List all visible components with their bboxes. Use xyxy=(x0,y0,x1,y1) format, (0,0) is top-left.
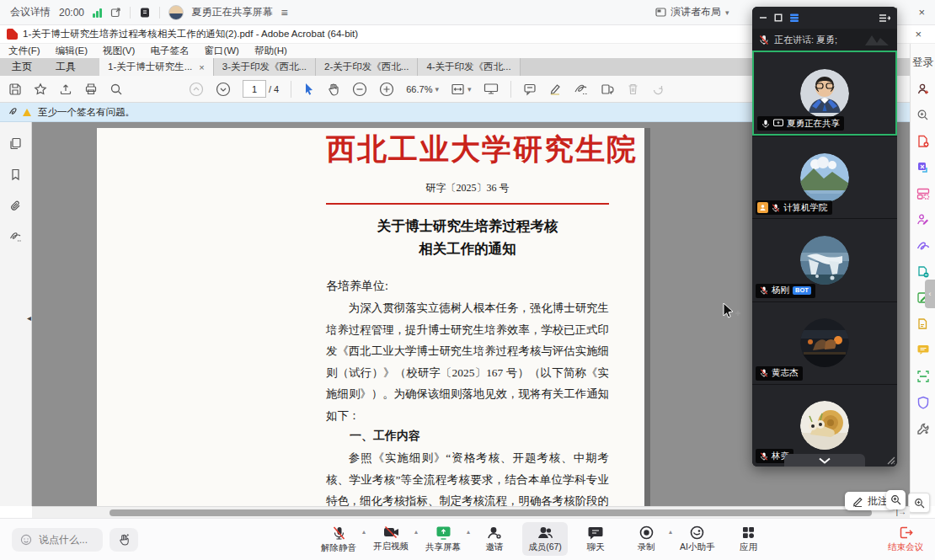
fill-sign-icon[interactable] xyxy=(916,212,930,227)
doc-tab-2[interactable]: 2-关于印发《西北... xyxy=(316,58,418,76)
participant-tile-school[interactable]: 计算机学院 xyxy=(752,136,897,218)
tab-tools[interactable]: 工具 xyxy=(44,58,88,76)
menu-file[interactable]: 文件(F) xyxy=(8,45,40,57)
avatar-lin-yi xyxy=(800,401,849,450)
doc-tab-4[interactable]: 4-关于印发《西北... xyxy=(418,58,520,76)
save-button[interactable] xyxy=(8,83,22,96)
doc-tab-1[interactable]: 1-关于博士研究生...× xyxy=(99,58,214,76)
apps-button[interactable]: 应用 xyxy=(725,522,771,556)
zoom-level-dropdown[interactable]: 66.7%▾ xyxy=(406,84,439,94)
layout-switch[interactable]: 演讲者布局 ▾ xyxy=(655,5,729,19)
print-button[interactable] xyxy=(84,83,98,96)
fit-width-dropdown[interactable]: ▾ xyxy=(451,83,472,96)
organize-pages-icon[interactable] xyxy=(916,186,930,200)
pdf-page[interactable]: 西北工业大学研究生院 研字〔2025〕36 号 关于博士研究生培养过程考核 相关… xyxy=(97,128,644,506)
left-rail-collapse-icon[interactable]: ◂ xyxy=(27,313,31,323)
request-signatures-icon[interactable] xyxy=(916,317,930,331)
end-meeting-button[interactable]: 结束会议 xyxy=(888,525,923,553)
mic-options-caret[interactable]: ▾ xyxy=(362,529,366,536)
panel-maximize-icon[interactable] xyxy=(774,13,783,22)
participant-tile-huangzhijie[interactable]: 黄志杰 xyxy=(752,301,897,384)
popout-icon[interactable] xyxy=(110,7,121,18)
scrollbar-thumb[interactable] xyxy=(110,509,872,516)
next-page-button[interactable] xyxy=(216,82,231,97)
meeting-detail-link[interactable]: 会议详情 xyxy=(10,5,51,19)
doc-tab-3[interactable]: 3-关于印发《西北... xyxy=(214,58,316,76)
scan-ocr-icon[interactable] xyxy=(916,369,930,383)
protect-icon[interactable] xyxy=(916,395,930,409)
panel-resize-handle[interactable] xyxy=(886,456,895,465)
participants-panel[interactable]: 正在讲话: 夏勇; 夏勇正在共享 xyxy=(752,7,897,467)
chat-button[interactable]: 聊天 xyxy=(573,522,618,556)
chat-input[interactable] xyxy=(37,533,94,547)
login-link[interactable]: 登录 xyxy=(912,56,933,70)
panel-layout-icon[interactable] xyxy=(789,13,799,23)
panel-minimize-icon[interactable] xyxy=(759,13,767,22)
horizontal-scrollbar[interactable]: |→ xyxy=(32,506,910,518)
zoom-float-button[interactable] xyxy=(886,490,906,509)
doc-share-icon[interactable] xyxy=(139,7,151,19)
draw-icon[interactable] xyxy=(916,238,930,253)
page-thumbnails-icon[interactable] xyxy=(9,137,22,150)
tab-close-icon[interactable]: × xyxy=(199,62,204,72)
participant-label: 黄志杰 xyxy=(756,366,803,381)
delete-pages-button[interactable] xyxy=(627,83,639,96)
upload-share-button[interactable] xyxy=(59,83,72,96)
participant-tile-sharer[interactable]: 夏勇正在共享 xyxy=(752,51,897,136)
menu-edit[interactable]: 编辑(E) xyxy=(56,45,88,57)
account-icon[interactable] xyxy=(916,82,930,96)
pdf-red-rule xyxy=(326,203,609,205)
search-zoom-icon[interactable] xyxy=(916,108,930,122)
participant-tile-yanggang[interactable]: 杨刚 BOT xyxy=(752,218,897,301)
mic-muted-icon xyxy=(760,368,768,378)
start-video-button[interactable]: 开启视频 ▾ xyxy=(367,522,414,555)
zoom-in-button[interactable] xyxy=(379,82,394,97)
pdf-heading-1: 一、工作内容 xyxy=(326,429,609,444)
record-button[interactable]: 录制 ▾ xyxy=(623,522,669,556)
bookmarks-icon[interactable] xyxy=(10,168,21,181)
search-button[interactable] xyxy=(110,83,123,96)
zoom-out-button[interactable] xyxy=(352,82,367,97)
panel-collapse-chevron[interactable] xyxy=(784,454,865,467)
ai-assistant-button[interactable]: AI小助手 xyxy=(674,522,720,556)
share-options-caret[interactable]: ▾ xyxy=(467,529,470,536)
unmute-button[interactable]: 解除静音 ▾ xyxy=(315,522,362,557)
comments-panel-icon[interactable] xyxy=(916,343,930,357)
tab-home[interactable]: 主页 xyxy=(0,58,44,76)
hand-tool-button[interactable] xyxy=(327,83,340,96)
mouse-cursor xyxy=(723,303,743,322)
redo-button[interactable] xyxy=(651,83,665,96)
chat-input-pill[interactable] xyxy=(12,528,103,552)
menu-esign[interactable]: 电子签名 xyxy=(150,45,189,57)
comment-button[interactable] xyxy=(523,83,537,96)
menu-help[interactable]: 帮助(H) xyxy=(254,45,287,57)
panel-collapse-icon[interactable] xyxy=(879,13,890,23)
share-screen-button[interactable]: 共享屏幕 ▾ xyxy=(419,522,467,556)
combine-files-icon[interactable] xyxy=(916,264,930,279)
star-button[interactable] xyxy=(34,83,47,96)
page-zoom-widget[interactable] xyxy=(908,493,930,513)
video-options-caret[interactable]: ▾ xyxy=(414,529,418,536)
more-tools-icon[interactable] xyxy=(916,421,930,435)
sign-button[interactable] xyxy=(574,83,589,96)
sharing-menu-icon[interactable]: ≡ xyxy=(281,6,288,19)
record-options-caret[interactable]: ▾ xyxy=(669,529,672,536)
members-button[interactable]: 成员(67) xyxy=(522,522,568,556)
rotate-pages-button[interactable] xyxy=(601,83,615,96)
menu-view[interactable]: 视图(V) xyxy=(103,45,135,57)
signatures-icon[interactable] xyxy=(9,231,23,243)
export-pdf-icon[interactable] xyxy=(916,160,930,174)
invite-button[interactable]: 邀请 xyxy=(472,522,517,556)
tools-rail-collapse-tab[interactable]: ‹ xyxy=(925,280,935,308)
select-tool-button[interactable] xyxy=(303,83,315,96)
raise-hand-button[interactable] xyxy=(110,528,138,552)
create-pdf-icon[interactable] xyxy=(916,134,930,148)
window-close-icon[interactable]: × xyxy=(918,6,925,19)
menu-window[interactable]: 窗口(W) xyxy=(204,45,239,57)
prev-page-button[interactable] xyxy=(189,82,204,97)
presentation-button[interactable] xyxy=(484,83,499,95)
highlight-button[interactable] xyxy=(548,83,562,96)
page-number-input[interactable] xyxy=(243,80,266,98)
attachments-icon[interactable] xyxy=(9,200,22,212)
acrobat-close-icon[interactable]: × xyxy=(915,28,922,40)
